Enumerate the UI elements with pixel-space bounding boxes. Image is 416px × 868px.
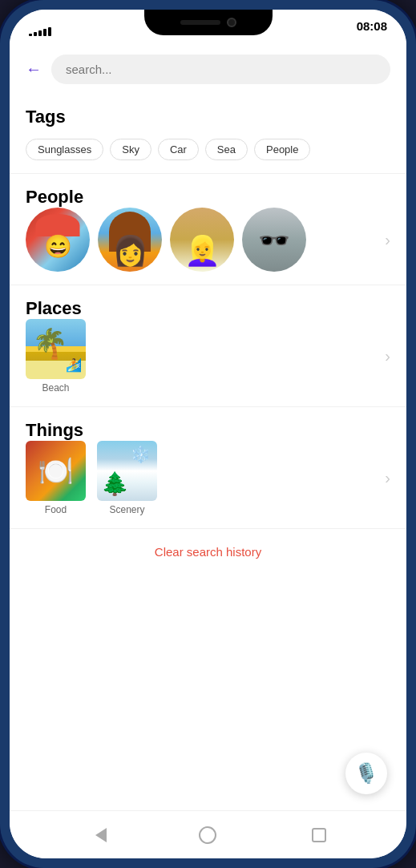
status-time: 08:08 — [357, 19, 387, 33]
signal-bar-1 — [29, 34, 32, 36]
thing-items: Food Scenery — [26, 441, 385, 515]
nav-back-button[interactable] — [85, 823, 109, 847]
tag-people[interactable]: People — [254, 139, 310, 160]
place-beach[interactable]: Beach — [26, 319, 86, 394]
main-content: ← Tags Sunglasses Sky Car Sea People Peo… — [10, 45, 406, 810]
things-title: Things — [26, 420, 390, 441]
avatar-person4[interactable] — [242, 208, 306, 272]
clear-history-button[interactable]: Clear search history — [155, 545, 261, 559]
tag-car[interactable]: Car — [158, 139, 199, 160]
avatar-person1[interactable] — [26, 208, 90, 272]
signal-bar-2 — [34, 32, 37, 36]
food-label: Food — [45, 504, 67, 515]
scenery-label: Scenery — [109, 504, 144, 515]
place-items: Beach — [26, 319, 385, 394]
microphone-icon: 🎙️ — [354, 762, 378, 785]
signal-bar-3 — [38, 30, 42, 36]
people-title: People — [26, 187, 390, 208]
nav-home-button[interactable] — [196, 823, 220, 847]
tags-title: Tags — [26, 107, 390, 127]
places-title: Places — [26, 298, 390, 319]
tag-sky[interactable]: Sky — [110, 139, 151, 160]
food-thumbnail — [26, 441, 86, 501]
search-bar: ← — [10, 45, 406, 94]
things-row: Food Scenery › — [26, 441, 390, 515]
thing-scenery[interactable]: Scenery — [97, 441, 157, 515]
search-input[interactable] — [51, 55, 390, 84]
people-avatars — [26, 208, 375, 272]
signal-bar-5 — [48, 27, 51, 36]
back-button[interactable]: ← — [26, 60, 42, 79]
phone-frame: 08:08 ← Tags Sunglasses Sky Car Sea Peop… — [0, 0, 416, 868]
things-section: Things Food Scenery › — [10, 407, 406, 529]
signal-bar-4 — [43, 29, 46, 36]
tag-sea[interactable]: Sea — [205, 139, 248, 160]
phone-screen: 08:08 ← Tags Sunglasses Sky Car Sea Peop… — [10, 10, 406, 858]
tags-list: Sunglasses Sky Car Sea People — [26, 139, 390, 160]
recent-nav-icon — [312, 828, 326, 842]
tag-sunglasses[interactable]: Sunglasses — [26, 139, 103, 160]
signal-indicator — [29, 27, 51, 36]
bottom-navigation — [10, 810, 406, 858]
places-section: Places Beach › — [10, 285, 406, 407]
beach-thumbnail — [26, 319, 86, 379]
scenery-thumbnail — [97, 441, 157, 501]
thing-food[interactable]: Food — [26, 441, 86, 515]
places-row: Beach › — [26, 319, 390, 394]
notch — [144, 10, 273, 35]
things-chevron-icon[interactable]: › — [385, 469, 390, 487]
tags-section: Tags Sunglasses Sky Car Sea People — [10, 94, 406, 174]
front-camera — [227, 18, 236, 27]
people-row: › — [26, 208, 390, 272]
nav-recent-button[interactable] — [307, 823, 331, 847]
home-nav-icon — [199, 826, 216, 844]
people-chevron-icon[interactable]: › — [385, 231, 390, 249]
clear-history-section: Clear search history — [10, 529, 406, 575]
places-chevron-icon[interactable]: › — [385, 347, 390, 365]
avatar-person2[interactable] — [98, 208, 162, 272]
back-nav-icon — [87, 828, 107, 842]
people-section: People › — [10, 174, 406, 285]
avatar-person3[interactable] — [170, 208, 234, 272]
beach-label: Beach — [42, 382, 69, 394]
speaker — [180, 20, 220, 25]
microphone-button[interactable]: 🎙️ — [345, 753, 387, 794]
